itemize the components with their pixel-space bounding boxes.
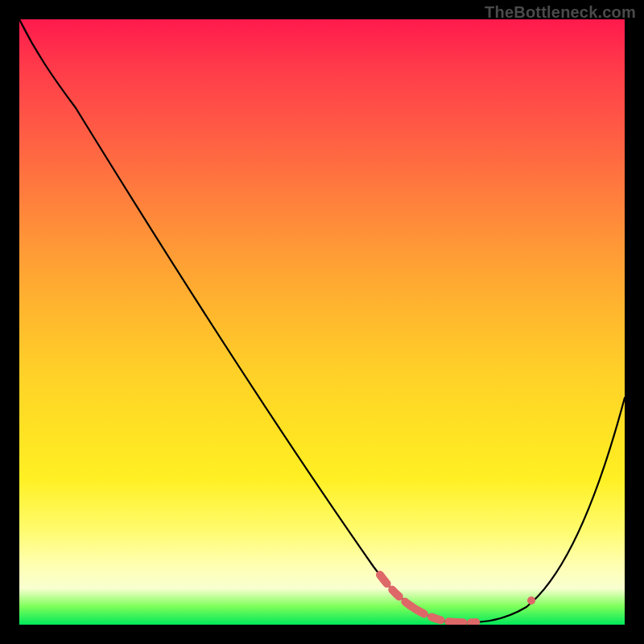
bottleneck-curve-path <box>19 19 625 622</box>
optimal-range-highlight <box>380 575 529 622</box>
frame-bottom <box>0 625 644 644</box>
curve-svg <box>19 19 625 625</box>
optimal-range-end-dot <box>527 597 535 605</box>
frame-right <box>625 0 644 644</box>
bottleneck-chart <box>19 19 625 625</box>
frame-left <box>0 0 19 644</box>
watermark-text: TheBottleneck.com <box>485 3 636 22</box>
